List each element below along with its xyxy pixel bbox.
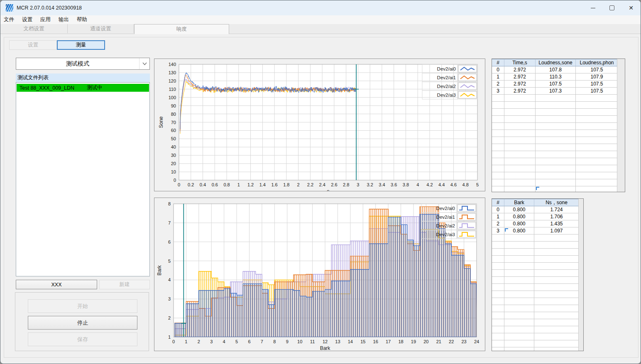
- table-row[interactable]: [492, 305, 583, 312]
- table-cell: [576, 165, 618, 172]
- table-row[interactable]: [492, 249, 583, 256]
- table-row[interactable]: [492, 298, 583, 305]
- table-row[interactable]: [492, 312, 583, 319]
- table-row[interactable]: [492, 165, 625, 172]
- subtab-measure-button[interactable]: 测量: [57, 40, 105, 50]
- table-cell: 0.800: [504, 213, 534, 220]
- svg-text:4: 4: [223, 339, 225, 344]
- menu-settings[interactable]: 设置: [20, 15, 34, 24]
- table-cell: [536, 102, 576, 109]
- table-row[interactable]: [492, 319, 583, 326]
- app-logo-icon: [6, 4, 13, 12]
- table-row[interactable]: 22.972107.5107.5: [492, 81, 625, 88]
- svg-text:4: 4: [416, 182, 419, 187]
- table-cell: 2: [492, 220, 504, 227]
- new-button[interactable]: 新建: [99, 280, 150, 289]
- table-row[interactable]: [492, 284, 583, 291]
- table-row[interactable]: [492, 340, 583, 347]
- svg-text:90: 90: [171, 103, 176, 108]
- table-row[interactable]: 32.972107.3107.5: [492, 88, 625, 95]
- svg-text:8: 8: [273, 339, 276, 344]
- table-row[interactable]: [492, 116, 625, 123]
- table-cell: [534, 347, 579, 351]
- save-button[interactable]: 保存: [28, 332, 137, 346]
- svg-text:Dev2/ai3: Dev2/ai3: [436, 232, 455, 237]
- table-row[interactable]: [492, 270, 583, 277]
- column-header: Bark: [504, 199, 534, 206]
- svg-text:1.4: 1.4: [259, 182, 266, 187]
- table-cell: 1.435: [534, 220, 579, 227]
- table-row[interactable]: [492, 123, 625, 130]
- table-row[interactable]: 02.972107.8107.5: [492, 66, 625, 73]
- svg-text:Bark: Bark: [320, 345, 331, 351]
- table-header-row: #BarkNs，sone: [492, 199, 583, 206]
- tab-channel-settings[interactable]: 通道设置: [68, 24, 134, 33]
- table-row[interactable]: [492, 235, 583, 242]
- table-row[interactable]: [492, 263, 583, 270]
- table-row[interactable]: [492, 144, 625, 151]
- table-row[interactable]: [492, 172, 625, 179]
- menu-apply[interactable]: 应用: [38, 15, 53, 24]
- table-cell: [492, 130, 504, 137]
- stop-button[interactable]: 停止: [28, 316, 137, 330]
- table-row[interactable]: 00.8001.724: [492, 206, 583, 213]
- list-item-test-file[interactable]: Test 88_XXX_009_LDN 测试中: [17, 84, 149, 92]
- table-row[interactable]: [492, 326, 583, 333]
- menu-help[interactable]: 帮助: [75, 15, 89, 24]
- table-cell: [504, 291, 534, 298]
- table-cell: [492, 151, 504, 158]
- loudness-time-chart[interactable]: 00.20.40.60.811.21.41.61.822.22.42.62.83…: [154, 59, 485, 191]
- table-row[interactable]: [492, 291, 583, 298]
- tab-loudness[interactable]: 响度: [134, 24, 229, 34]
- table-row[interactable]: [492, 242, 583, 249]
- table-row[interactable]: [492, 179, 625, 186]
- table-cell: 0.800: [504, 227, 534, 235]
- table-row[interactable]: 12.972110.3107.9: [492, 73, 625, 81]
- table-scroll-filler: [617, 59, 625, 192]
- table-row[interactable]: [492, 102, 625, 109]
- menu-output[interactable]: 输出: [56, 15, 71, 24]
- test-file-list[interactable]: Test 88_XXX_009_LDN 测试中: [16, 82, 150, 276]
- table-cell: [492, 165, 504, 172]
- close-button[interactable]: ✕: [621, 0, 641, 15]
- tab-document-settings[interactable]: 文档设置: [0, 24, 68, 33]
- chevron-down-icon[interactable]: [139, 58, 149, 69]
- table-cell: [576, 137, 618, 144]
- table-cell: 107.9: [576, 73, 618, 81]
- specific-loudness-chart[interactable]: 0123456789101112131415161718192021222324…: [154, 198, 485, 351]
- menu-file[interactable]: 文件: [2, 15, 16, 24]
- table-row[interactable]: 20.8001.435: [492, 220, 583, 227]
- table-row[interactable]: [492, 333, 583, 340]
- table-cell: 107.5: [576, 66, 618, 73]
- table-row[interactable]: [492, 109, 625, 116]
- table-cell: 0.800: [504, 220, 534, 227]
- svg-text:0: 0: [178, 182, 180, 187]
- table-row[interactable]: [492, 256, 583, 263]
- bark-results-table[interactable]: #BarkNs，sone00.8001.72410.8001.70620.800…: [492, 198, 584, 351]
- table-cell: [536, 165, 576, 172]
- test-file-list-header: 测试文件列表: [16, 73, 150, 82]
- xxx-button[interactable]: XXX: [16, 280, 97, 289]
- table-row[interactable]: [492, 158, 625, 165]
- table-row[interactable]: [492, 277, 583, 284]
- cell-cursor-mark: [505, 228, 508, 232]
- table-cell: [504, 102, 536, 109]
- table-cell: [504, 270, 534, 277]
- table-row[interactable]: [492, 137, 625, 144]
- svg-text:50: 50: [171, 136, 176, 141]
- table-row[interactable]: [492, 186, 625, 192]
- table-row[interactable]: [492, 151, 625, 158]
- table-row[interactable]: 10.8001.706: [492, 213, 583, 220]
- table-row[interactable]: [492, 95, 625, 102]
- loudness-results-table[interactable]: #Time,sLoudness,soneLoudness,phon02.9721…: [492, 59, 625, 192]
- svg-text:100: 100: [169, 95, 176, 100]
- minimize-button[interactable]: [583, 0, 602, 15]
- maximize-button[interactable]: [602, 0, 621, 15]
- subtab-settings-button[interactable]: 设置: [9, 40, 57, 50]
- table-cell: [492, 249, 504, 256]
- table-cell: 3: [492, 227, 504, 235]
- table-row[interactable]: [492, 347, 583, 351]
- test-mode-dropdown[interactable]: 测试模式: [16, 58, 150, 70]
- start-button[interactable]: 开始: [28, 299, 137, 313]
- table-row[interactable]: [492, 130, 625, 137]
